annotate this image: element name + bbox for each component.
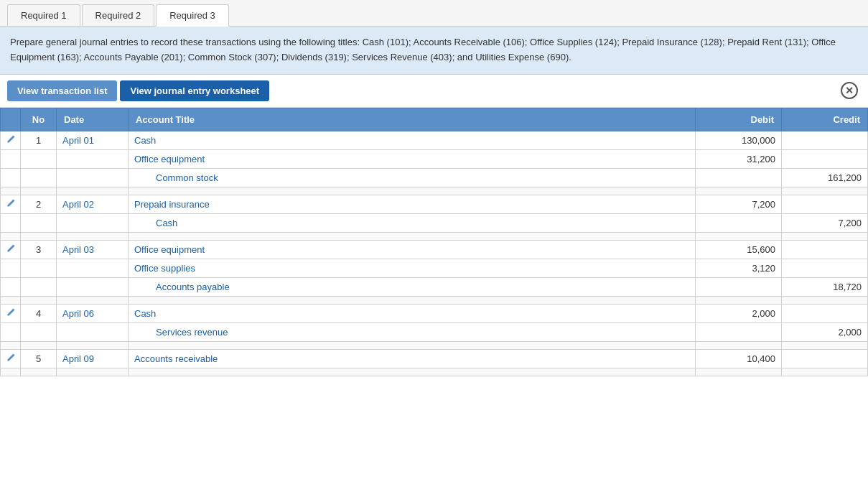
account-cell: Office supplies	[129, 259, 696, 277]
col-header-no: No	[21, 108, 57, 131]
edit-cell[interactable]	[1, 349, 21, 368]
date-cell	[57, 213, 129, 232]
debit-cell	[696, 322, 782, 341]
no-cell: 5	[21, 349, 57, 368]
edit-cell[interactable]	[1, 240, 21, 259]
separator-row	[1, 341, 868, 349]
instructions-text: Prepare general journal entries to recor…	[10, 37, 836, 62]
credit-cell	[782, 149, 868, 168]
credit-cell	[782, 259, 868, 277]
debit-cell: 15,600	[696, 240, 782, 259]
instructions-panel: Prepare general journal entries to recor…	[0, 27, 868, 75]
edit-cell[interactable]	[1, 259, 21, 277]
separator-row	[1, 232, 868, 240]
view-journal-btn[interactable]: View journal entry worksheet	[120, 80, 269, 101]
debit-cell: 31,200	[696, 149, 782, 168]
date-cell	[57, 259, 129, 277]
no-cell	[21, 213, 57, 232]
credit-cell	[782, 195, 868, 213]
edit-cell[interactable]	[1, 213, 21, 232]
table-row: 4April 06Cash2,000	[1, 304, 868, 322]
debit-cell: 3,120	[696, 259, 782, 277]
credit-cell	[782, 240, 868, 259]
edit-cell[interactable]	[1, 195, 21, 213]
table-row: 1April 01Cash130,000	[1, 131, 868, 149]
debit-cell	[696, 168, 782, 187]
journal-table-container: No Date Account Title Debit Credit 1Apri…	[0, 108, 868, 376]
table-row: Office equipment31,200	[1, 149, 868, 168]
date-cell: April 01	[57, 131, 129, 149]
no-cell	[21, 168, 57, 187]
credit-cell: 161,200	[782, 168, 868, 187]
debit-cell: 10,400	[696, 349, 782, 368]
no-cell	[21, 259, 57, 277]
separator-row	[1, 187, 868, 195]
col-header-edit	[1, 108, 21, 131]
table-row: 3April 03Office equipment15,600	[1, 240, 868, 259]
credit-cell: 2,000	[782, 322, 868, 341]
tab-required1[interactable]: Required 1	[7, 4, 80, 26]
separator-row	[1, 368, 868, 376]
debit-cell: 2,000	[696, 304, 782, 322]
col-header-debit: Debit	[696, 108, 782, 131]
col-header-credit: Credit	[782, 108, 868, 131]
account-cell: Cash	[129, 213, 696, 232]
credit-cell: 18,720	[782, 277, 868, 296]
no-cell	[21, 149, 57, 168]
debit-cell	[696, 213, 782, 232]
date-cell: April 03	[57, 240, 129, 259]
table-row: Common stock161,200	[1, 168, 868, 187]
account-cell: Prepaid insurance	[129, 195, 696, 213]
table-row: 5April 09Accounts receivable10,400	[1, 349, 868, 368]
date-cell	[57, 322, 129, 341]
date-cell	[57, 277, 129, 296]
account-cell: Office equipment	[129, 149, 696, 168]
no-cell	[21, 322, 57, 341]
date-cell: April 09	[57, 349, 129, 368]
account-cell: Cash	[129, 131, 696, 149]
tabs-container: Required 1 Required 2 Required 3	[0, 0, 868, 27]
no-cell: 2	[21, 195, 57, 213]
table-row: Accounts payable18,720	[1, 277, 868, 296]
view-transaction-btn[interactable]: View transaction list	[7, 80, 117, 101]
credit-cell	[782, 304, 868, 322]
account-cell: Cash	[129, 304, 696, 322]
no-cell: 1	[21, 131, 57, 149]
edit-cell[interactable]	[1, 149, 21, 168]
debit-cell: 130,000	[696, 131, 782, 149]
credit-cell	[782, 349, 868, 368]
journal-table: No Date Account Title Debit Credit 1Apri…	[0, 108, 868, 376]
account-cell: Accounts receivable	[129, 349, 696, 368]
debit-cell: 7,200	[696, 195, 782, 213]
date-cell: April 02	[57, 195, 129, 213]
account-cell: Accounts payable	[129, 277, 696, 296]
date-cell: April 06	[57, 304, 129, 322]
edit-cell[interactable]	[1, 168, 21, 187]
separator-row	[1, 296, 868, 304]
no-cell: 3	[21, 240, 57, 259]
toolbar: View transaction list View journal entry…	[0, 75, 868, 108]
table-row: 2April 02Prepaid insurance7,200	[1, 195, 868, 213]
table-row: Office supplies3,120	[1, 259, 868, 277]
no-cell: 4	[21, 304, 57, 322]
date-cell	[57, 149, 129, 168]
tab-required3[interactable]: Required 3	[156, 4, 229, 27]
debit-cell	[696, 277, 782, 296]
edit-cell[interactable]	[1, 322, 21, 341]
table-row: Services revenue2,000	[1, 322, 868, 341]
credit-cell: 7,200	[782, 213, 868, 232]
close-button[interactable]: ✕	[841, 82, 858, 99]
col-header-account-title: Account Title	[129, 108, 696, 131]
table-row: Cash7,200	[1, 213, 868, 232]
col-header-date: Date	[57, 108, 129, 131]
account-cell: Services revenue	[129, 322, 696, 341]
tab-required2[interactable]: Required 2	[82, 4, 155, 26]
account-cell: Common stock	[129, 168, 696, 187]
account-cell: Office equipment	[129, 240, 696, 259]
credit-cell	[782, 131, 868, 149]
edit-cell[interactable]	[1, 131, 21, 149]
close-icon: ✕	[845, 85, 854, 96]
edit-cell[interactable]	[1, 304, 21, 322]
edit-cell[interactable]	[1, 277, 21, 296]
no-cell	[21, 277, 57, 296]
